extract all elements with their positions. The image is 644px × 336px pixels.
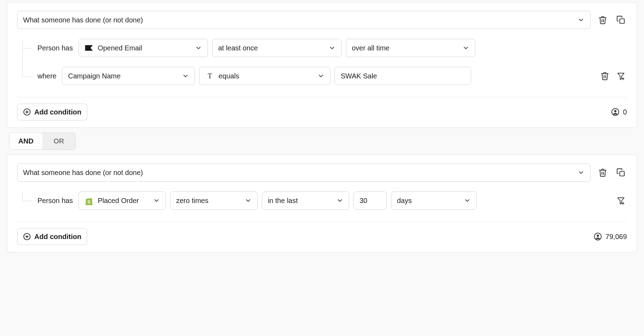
delete-filter-button[interactable] [599, 70, 611, 82]
group1-row-event: Person has Opened Email at least once ov… [22, 39, 627, 57]
group2-row-event: Person has S Placed Order zero times in … [22, 191, 627, 210]
condition-group-2: What someone has done (or not done) Pers… [7, 155, 637, 252]
row-prefix: Person has [37, 197, 73, 205]
group1-footer: Add condition 0 [17, 104, 627, 120]
value-input[interactable] [335, 67, 471, 85]
frequency-select[interactable]: zero times [170, 191, 258, 210]
condition-type-select[interactable]: What someone has done (or not done) [17, 163, 590, 182]
unit-label: days [397, 197, 412, 205]
chevron-down-icon [182, 72, 189, 79]
event-select[interactable]: S Placed Order [78, 191, 166, 210]
divider [16, 97, 628, 97]
chevron-down-icon [153, 197, 160, 204]
timeframe-select[interactable]: over all time [346, 39, 475, 57]
duplicate-group-button[interactable] [615, 14, 627, 26]
and-option[interactable]: AND [9, 133, 42, 149]
chevron-down-icon [578, 16, 584, 23]
group2-count: 79,069 [594, 232, 627, 241]
event-label: Opened Email [98, 44, 142, 52]
add-condition-label: Add condition [34, 233, 81, 241]
attribute-select[interactable]: Campaign Name [62, 67, 195, 85]
event-select[interactable]: Opened Email [78, 39, 208, 57]
count-value: 79,069 [606, 233, 627, 241]
frequency-label: zero times [176, 197, 208, 205]
timeframe-label: over all time [352, 44, 390, 52]
number-input[interactable] [354, 191, 387, 210]
frequency-label: at least once [218, 44, 258, 52]
chevron-down-icon [336, 197, 343, 204]
unit-select[interactable]: days [391, 191, 477, 210]
group1-count: 0 [611, 108, 627, 116]
divider [16, 222, 628, 222]
condition-type-select[interactable]: What someone has done (or not done) [17, 11, 590, 29]
and-or-toggle[interactable]: AND OR [9, 133, 76, 150]
text-type-icon: T [205, 72, 214, 80]
chevron-down-icon [317, 72, 324, 79]
add-condition-button[interactable]: Add condition [17, 104, 87, 120]
person-icon [611, 108, 620, 116]
condition-type-label: What someone has done (or not done) [23, 169, 143, 177]
person-icon [594, 232, 602, 241]
delete-group-button[interactable] [597, 14, 609, 26]
condition-group-1: What someone has done (or not done) Pers… [7, 2, 637, 128]
or-option[interactable]: OR [42, 133, 75, 149]
svg-point-17 [597, 234, 599, 237]
condition-type-label: What someone has done (or not done) [23, 16, 143, 24]
chevron-down-icon [464, 197, 471, 204]
flag-icon [84, 45, 93, 51]
svg-point-8 [614, 110, 616, 112]
delete-group-button[interactable] [597, 167, 609, 178]
row-prefix: where [37, 72, 56, 80]
svg-rect-0 [620, 19, 624, 23]
chevron-down-icon [195, 44, 202, 51]
chevron-down-icon [329, 44, 336, 51]
group2-footer: Add condition 79,069 [17, 228, 627, 245]
add-filter-button[interactable] [615, 195, 627, 206]
chevron-down-icon [462, 44, 469, 51]
group1-row-filter: where Campaign Name T equals [22, 67, 627, 85]
operator-select[interactable]: T equals [199, 67, 330, 85]
count-value: 0 [623, 108, 627, 116]
svg-rect-9 [620, 172, 624, 176]
chevron-down-icon [578, 169, 584, 176]
plus-circle-icon [23, 233, 31, 240]
frequency-select[interactable]: at least once [212, 39, 342, 57]
add-condition-label: Add condition [34, 108, 81, 116]
operator-label: equals [218, 72, 239, 80]
group2-header: What someone has done (or not done) [17, 163, 627, 182]
timeframe-select[interactable]: in the last [262, 191, 349, 210]
plus-circle-icon [23, 108, 31, 116]
row-prefix: Person has [37, 44, 73, 52]
group2-rows: Person has S Placed Order zero times in … [22, 191, 627, 210]
event-label: Placed Order [98, 197, 139, 205]
attribute-label: Campaign Name [68, 72, 120, 80]
timeframe-label: in the last [268, 197, 298, 205]
shopify-icon: S [84, 196, 93, 205]
chevron-down-icon [245, 197, 252, 204]
group1-rows: Person has Opened Email at least once ov… [22, 39, 627, 85]
add-filter-button[interactable] [615, 70, 627, 82]
add-condition-button[interactable]: Add condition [17, 228, 87, 245]
group1-header: What someone has done (or not done) [17, 11, 627, 29]
duplicate-group-button[interactable] [615, 167, 627, 178]
